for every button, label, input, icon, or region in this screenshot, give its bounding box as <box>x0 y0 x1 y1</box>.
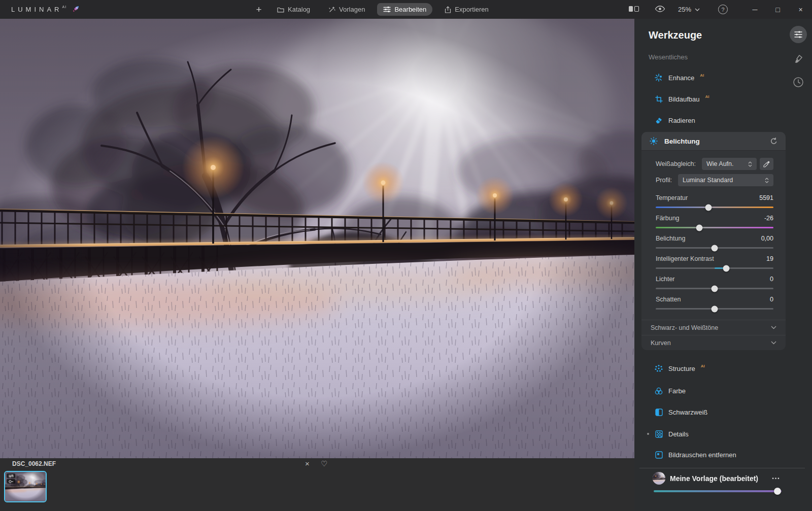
chevron-down-icon <box>695 8 700 11</box>
slider-schatten: Schatten0 <box>656 295 773 310</box>
slider-track[interactable] <box>656 267 773 269</box>
slider-value: -26 <box>764 214 773 222</box>
slider-value: 0 <box>770 295 773 303</box>
window-controls: ─ □ × <box>743 0 812 19</box>
slider-handle[interactable] <box>712 305 718 312</box>
white-balance-eyedropper-button[interactable] <box>760 158 773 170</box>
favorite-heart-icon[interactable]: ♡ <box>321 459 327 468</box>
slider-track[interactable] <box>656 288 773 289</box>
updown-chevrons-icon <box>765 178 769 183</box>
zoom-level-control[interactable]: 25% <box>678 0 700 19</box>
app-logo: LUMINAR AI <box>11 0 80 19</box>
slider-lichter: Lichter0 <box>656 275 773 289</box>
tab-label: Bearbeiten <box>394 6 426 13</box>
section-header-wesentliches: Wesentliches <box>649 53 688 61</box>
profile-label: Profil: <box>656 177 672 184</box>
clock-history-icon <box>793 77 804 88</box>
tab-katalog[interactable]: Katalog <box>271 3 316 16</box>
eyedropper-icon <box>763 161 770 167</box>
template-amount-slider-track[interactable] <box>654 490 782 492</box>
slider-track[interactable] <box>656 247 773 249</box>
tool-label: Structure <box>668 365 695 372</box>
white-balance-dropdown[interactable]: Wie Aufn. <box>702 158 757 170</box>
exposure-panel: Belichtung Weißabgleich: Wie Aufn. <box>641 132 786 350</box>
template-thumbnail-avatar[interactable] <box>653 472 665 485</box>
tool-label: Radieren <box>668 117 695 124</box>
slider-handle[interactable] <box>705 204 712 211</box>
collapse-label: Schwarz- und Weißtöne <box>651 324 718 331</box>
exposure-panel-header[interactable]: Belichtung <box>641 132 786 151</box>
sidebar-title: Werkzeuge <box>649 29 702 41</box>
ai-badge: AI <box>701 364 705 368</box>
photo-scene <box>0 19 634 458</box>
template-amount-slider-handle[interactable] <box>774 488 781 495</box>
chevron-down-icon <box>771 326 776 329</box>
slider-track[interactable] <box>656 227 773 228</box>
modified-indicator-dot <box>647 433 649 435</box>
tab-label: Vorlagen <box>339 6 365 13</box>
profile-dropdown[interactable]: Luminar Standard <box>678 174 773 186</box>
section-kurven[interactable]: Kurven <box>641 335 786 350</box>
enhance-ai-icon <box>655 74 663 82</box>
maximize-button[interactable]: □ <box>766 0 789 19</box>
white-balance-label: Weißabgleich: <box>656 160 696 167</box>
help-button[interactable]: ? <box>718 5 728 14</box>
tool-structure[interactable]: Structure AI <box>655 363 705 373</box>
edit-tools-rail-button[interactable] <box>790 26 807 43</box>
slider-temperatur: Temperatur5591 <box>656 194 773 208</box>
tool-details[interactable]: Details <box>655 429 689 439</box>
updown-chevrons-icon <box>748 161 752 167</box>
logo-text: LUMINAR <box>11 6 62 13</box>
minimize-button[interactable]: ─ <box>743 0 766 19</box>
panel-title: Belichtung <box>664 138 700 145</box>
eraser-icon <box>655 116 663 124</box>
tool-enhance[interactable]: Enhance AI <box>655 73 704 83</box>
add-image-button[interactable]: + <box>253 5 265 14</box>
brush-rail-button[interactable] <box>790 50 807 67</box>
luminar-app-window: LUMINAR AI + Katalog <box>0 0 812 511</box>
tool-schwarzweiss[interactable]: Schwarzweiß <box>655 407 707 417</box>
slider-handle[interactable] <box>712 245 718 251</box>
logo-ai-superscript: AI <box>62 5 67 9</box>
photo-canvas <box>0 19 634 458</box>
profile-value: Luminar Standard <box>683 177 761 184</box>
tool-farbe[interactable]: Farbe <box>655 386 686 396</box>
history-rail-button[interactable] <box>790 74 807 91</box>
slider-handle[interactable] <box>723 265 730 271</box>
close-button[interactable]: × <box>789 0 812 19</box>
slider-faerbung: Färbung-26 <box>656 214 773 228</box>
tool-bildrauschen-entfernen[interactable]: Bildrauschen entfernen <box>655 450 736 460</box>
sliders-icon <box>383 6 391 13</box>
tool-radieren[interactable]: Radieren <box>655 115 695 125</box>
template-name: Meine Vorlage (bearbeitet) <box>670 474 758 483</box>
black-white-icon <box>655 408 663 416</box>
tool-bildaufbau[interactable]: Bildaufbau AI <box>655 94 709 104</box>
compare-view-icon[interactable] <box>628 5 639 13</box>
tab-label: Katalog <box>288 6 310 13</box>
tool-label: Bildaufbau <box>668 95 699 103</box>
section-schwarz-und-weisstoene[interactable]: Schwarz- und Weißtöne <box>641 320 786 335</box>
tab-exportieren[interactable]: Exportieren <box>438 3 494 16</box>
slider-track[interactable] <box>656 207 773 208</box>
slider-track[interactable] <box>656 308 773 310</box>
folder-icon <box>277 7 284 13</box>
template-options-menu[interactable]: … <box>771 471 781 482</box>
tool-label: Schwarzweiß <box>668 408 707 416</box>
template-bar-divider <box>639 468 805 468</box>
edited-badge-icon <box>7 473 15 478</box>
profile-row: Profil: Luminar Standard <box>656 174 773 186</box>
crop-icon <box>655 95 663 103</box>
slider-handle[interactable] <box>696 224 702 231</box>
slider-intelligenter-kontrast: Intelligenter Kontrast19 <box>656 255 773 269</box>
main-nav-tabs: + Katalog Vorlagen <box>253 0 495 19</box>
export-icon <box>445 6 451 13</box>
tab-bearbeiten[interactable]: Bearbeiten <box>377 3 432 16</box>
sun-exposure-icon <box>650 137 658 145</box>
close-image-icon[interactable]: × <box>305 459 310 468</box>
rocket-icon <box>72 5 80 14</box>
reset-panel-button[interactable] <box>770 138 777 145</box>
tab-label: Exportieren <box>455 6 488 13</box>
tab-vorlagen[interactable]: Vorlagen <box>322 3 371 16</box>
slider-handle[interactable] <box>712 285 718 292</box>
preview-eye-icon[interactable] <box>655 5 665 13</box>
